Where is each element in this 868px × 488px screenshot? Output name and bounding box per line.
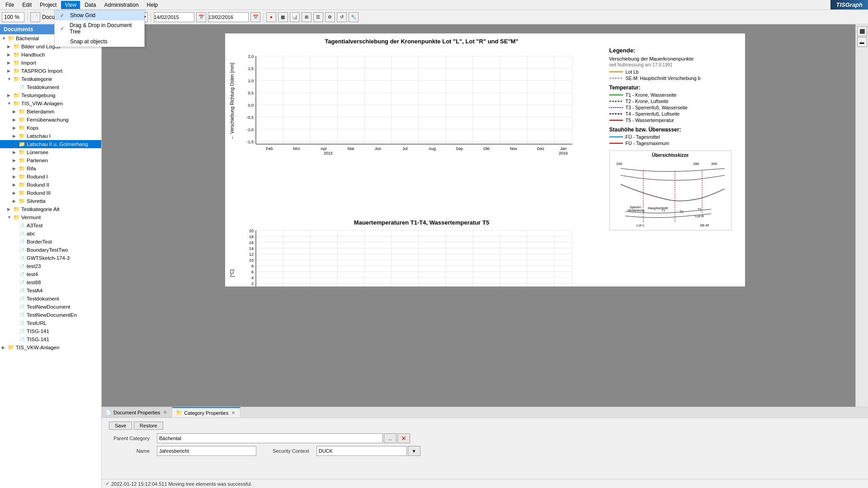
- legend-label-sem: SE-M: Hauptschnitt Verschiebung b: [626, 75, 701, 81]
- legend-label-t3: T3 - Sperrenfuß, Wasserseite: [626, 105, 688, 110]
- table-btn[interactable]: ▦: [278, 12, 288, 22]
- svg-text:Aug: Aug: [428, 146, 435, 151]
- legend-label-fu-max: FÜ - Tagesmaximum: [626, 141, 670, 146]
- menu-project[interactable]: Project: [36, 1, 60, 9]
- refresh-btn[interactable]: ↺: [337, 12, 347, 22]
- sidebar-item-rodund2[interactable]: ▶ 📁 Rodund II: [0, 181, 101, 189]
- zoom-input[interactable]: [2, 12, 24, 22]
- sidebar-item-test88[interactable]: 📄 test88: [0, 278, 101, 286]
- show-grid-label: Show Grid: [70, 12, 95, 19]
- svg-text:Jan: Jan: [560, 146, 566, 151]
- calendar-to-btn[interactable]: 📅: [250, 12, 260, 22]
- label-kops: Kops: [27, 125, 38, 131]
- menu-data[interactable]: Data: [81, 1, 99, 9]
- overview-sketch: Übersichtsskizze 200 280 300: [609, 150, 731, 230]
- minimize-btn[interactable]: ▬: [857, 37, 867, 47]
- list-btn[interactable]: ☰: [313, 12, 323, 22]
- sidebar-item-testumgebung[interactable]: ▶ 📁 Testumgebung: [0, 91, 101, 99]
- menu-drag-drop[interactable]: ✓ Drag & Drop in Document Tree: [55, 20, 144, 37]
- label-import: Import: [21, 60, 36, 66]
- sidebar-item-tis-viw[interactable]: ▼ 📁 TIS_VIW-Anlagen: [0, 99, 101, 108]
- sidebar: Documents ▼ 📁 Bächental ▶ 📁 Bilder und L…: [0, 24, 102, 488]
- sidebar-item-latschau1[interactable]: ▶ 📁 Latschau I: [0, 132, 101, 140]
- sidebar-item-testkategorie-alt[interactable]: ▶ 📁 Testkategorie Alt: [0, 205, 101, 213]
- sidebar-item-testdokument1[interactable]: 📄 Testdokument: [0, 83, 101, 91]
- date-from-input[interactable]: [154, 12, 194, 22]
- sidebar-item-tisg141a[interactable]: 📄 TISG-141: [0, 327, 101, 335]
- menu-administration[interactable]: Administration: [101, 1, 142, 9]
- form-row-parent: Parent Category ... ✕: [109, 433, 861, 443]
- parent-clear-btn[interactable]: ✕: [397, 433, 410, 443]
- red-circle-btn[interactable]: ●: [266, 12, 276, 22]
- toggle-import: ▶: [7, 61, 13, 65]
- svg-text:14: 14: [249, 246, 253, 251]
- sidebar-item-boundarytesttwo[interactable]: 📄 BoundaryTestTwo: [0, 246, 101, 254]
- sidebar-item-handbuch[interactable]: ▶ 📁 Handbuch: [0, 51, 101, 59]
- sidebar-item-testurl[interactable]: 📄 TestURL: [0, 319, 101, 327]
- save-button[interactable]: Save: [109, 422, 132, 430]
- sidebar-item-testdokument2[interactable]: 📄 Testdokument: [0, 295, 101, 303]
- sidebar-item-testnewdocumenten[interactable]: 📄 TestNewDocumentEn: [0, 311, 101, 319]
- menu-view[interactable]: View: [61, 1, 80, 9]
- sidebar-item-bordertest[interactable]: 📄 BorderTest: [0, 238, 101, 246]
- menu-help[interactable]: Help: [143, 1, 162, 9]
- security-context-input[interactable]: [316, 446, 407, 456]
- folder-icon-partenen: 📁: [18, 157, 25, 164]
- sidebar-item-testnewdocument[interactable]: 📄 TestNewDocument: [0, 303, 101, 311]
- settings-btn[interactable]: ⚙: [325, 12, 335, 22]
- svg-text:Lot L: Lot L: [637, 223, 645, 227]
- sidebar-item-kops[interactable]: ▶ 📁 Kops: [0, 124, 101, 132]
- tab-document-properties[interactable]: 📄 Document Properties ✕: [102, 407, 172, 418]
- tab-document-properties-close[interactable]: ✕: [162, 409, 168, 416]
- sidebar-item-tisg141b[interactable]: 📄 TISG-141: [0, 335, 101, 343]
- sidebar-item-vermunt[interactable]: ▼ 📁 Vermunt: [0, 213, 101, 221]
- tools-btn[interactable]: 🔧: [349, 12, 359, 22]
- grid-btn[interactable]: ⊞: [302, 12, 311, 22]
- sidebar-item-lunersee[interactable]: ▶ 📁 Lünersee: [0, 148, 101, 156]
- sidebar-item-testa4[interactable]: 📄 TestA4: [0, 286, 101, 295]
- name-input[interactable]: [157, 446, 256, 456]
- svg-text:2: 2: [251, 282, 253, 286]
- calendar-from-btn[interactable]: 📅: [196, 12, 206, 22]
- security-dropdown-btn[interactable]: ▼: [408, 446, 420, 456]
- svg-text:6: 6: [251, 270, 253, 274]
- menu-file[interactable]: File: [2, 1, 18, 9]
- sidebar-item-testkategorie[interactable]: ▼ 📁 Testkategorie: [0, 75, 101, 83]
- sidebar-item-test4[interactable]: 📄 test4: [0, 270, 101, 278]
- sidebar-item-fernueberwachung[interactable]: ▶ 📁 Fernüberwachung: [0, 116, 101, 124]
- maximize-btn[interactable]: ⬛: [857, 26, 867, 36]
- sidebar-item-abc[interactable]: 📄 abc: [0, 230, 101, 238]
- parent-browse-btn[interactable]: ...: [384, 433, 396, 443]
- toggle-a3test: [13, 223, 18, 228]
- legend-section2-title: Temperatur:: [609, 84, 731, 91]
- sidebar-item-rodund3[interactable]: ▶ 📁 Rodund III: [0, 189, 101, 197]
- sidebar-item-rodund1[interactable]: ▶ 📁 Rodund I: [0, 173, 101, 181]
- toggle-tasprog: ▶: [7, 69, 13, 73]
- sidebar-item-import[interactable]: ▶ 📁 Import: [0, 59, 101, 67]
- canvas-area[interactable]: Tagentialverschiebung der Kronenpunkte L…: [102, 24, 868, 407]
- documents-btn[interactable]: 📄: [30, 12, 40, 22]
- menu-show-grid[interactable]: ✓ Show Grid: [55, 10, 144, 20]
- sidebar-item-test23[interactable]: 📄 test23: [0, 262, 101, 270]
- separator4: [263, 13, 264, 22]
- sidebar-item-silvretta[interactable]: ▶ 📁 Silvretta: [0, 197, 101, 205]
- svg-text:Sperren: Sperren: [630, 206, 641, 209]
- label-vermunt: Vermunt: [21, 215, 41, 220]
- menu-snap-objects[interactable]: Snap at objects: [55, 37, 144, 47]
- sidebar-item-tasprog[interactable]: ▶ 📁 TASPROG Import: [0, 67, 101, 75]
- date-to-input[interactable]: [208, 12, 249, 22]
- menu-edit[interactable]: Edit: [19, 1, 35, 9]
- chart-btn[interactable]: 📊: [290, 12, 300, 22]
- sidebar-item-rifa[interactable]: ▶ 📁 Rifa: [0, 164, 101, 173]
- restore-button[interactable]: Restore: [134, 422, 163, 430]
- sidebar-item-gwtsketch[interactable]: 📄 GWTSketch-174-3: [0, 254, 101, 262]
- chart1-area: Tagentialverschiebung der Kronenpunkte L…: [230, 38, 614, 221]
- sidebar-item-tis-vkw[interactable]: ▶ 📁 TIS_VKW-Anlagen: [0, 343, 101, 352]
- parent-category-input[interactable]: [157, 433, 383, 443]
- sidebar-item-a3test[interactable]: 📄 A3Test: [0, 221, 101, 230]
- sidebar-item-latschau2[interactable]: ▼ 📁 Latschau II u. Golmerhang: [0, 140, 101, 148]
- tab-category-properties[interactable]: 📁 Category Properties ✕: [172, 407, 241, 418]
- sidebar-item-bielerdamm[interactable]: ▶ 📁 Bielerdamm: [0, 108, 101, 116]
- sidebar-item-partenen[interactable]: ▶ 📁 Partenen: [0, 156, 101, 164]
- tab-category-properties-close[interactable]: ✕: [230, 410, 236, 416]
